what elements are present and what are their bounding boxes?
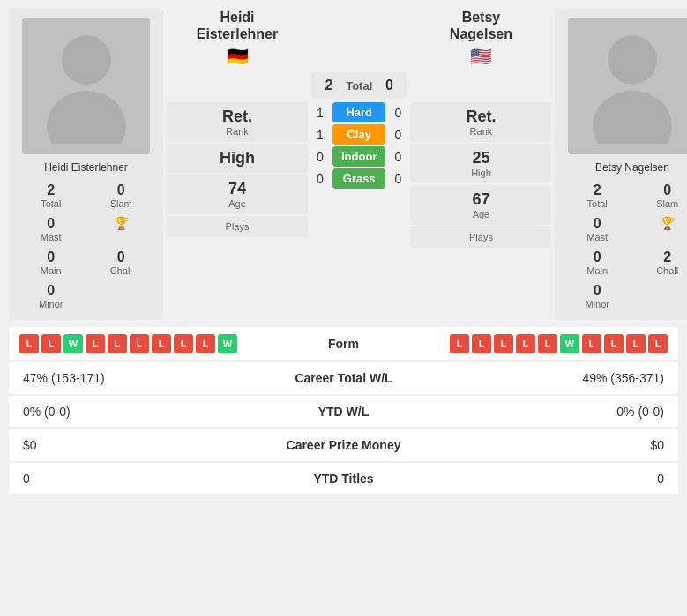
p2-total-score: 0 — [378, 78, 400, 93]
player1-name: Heidi Eisterlehner — [44, 161, 128, 174]
player2-high-value: 25 — [472, 149, 489, 167]
form-badge: L — [19, 334, 39, 353]
player2-age-label: Age — [473, 209, 490, 219]
player1-rank-value: Ret. — [222, 108, 252, 126]
player2-rank-label: Rank — [470, 126, 493, 137]
grass-row: 0 Grass 0 — [311, 168, 407, 189]
p1-total-score: 2 — [318, 78, 340, 93]
ytd-wl-row: 0% (0-0) YTD W/L 0% (0-0) — [9, 396, 678, 427]
form-badge: L — [626, 334, 646, 353]
player1-high-box: High — [167, 144, 308, 173]
svg-point-0 — [62, 35, 111, 85]
indoor-badge: Indoor — [332, 146, 385, 167]
player2-slam-value: 0 — [663, 182, 671, 198]
player2-mast-value: 0 — [594, 216, 601, 232]
player2-slam-label: Slam — [656, 198, 678, 209]
svg-point-2 — [608, 35, 657, 85]
player1-plays-box: Plays — [167, 216, 308, 237]
form-badge: L — [582, 334, 601, 353]
player1-slam-cell: 0 Slam — [88, 181, 155, 211]
player1-age-value: 74 — [228, 180, 246, 198]
top-section: Heidi Eisterlehner 2 Total 0 Slam 0 Mast… — [9, 9, 678, 320]
total-row: 2 Total 0 — [167, 72, 551, 99]
player2-minor-cell: 0 Minor — [564, 281, 631, 311]
total-center: 2 Total 0 — [311, 72, 407, 99]
left-rank-col: Ret. Rank High 74 Age Plays — [167, 102, 308, 248]
p1-clay: 1 — [311, 128, 329, 142]
player1-stats-grid: 2 Total 0 Slam 0 Mast 🏆 0 Main — [18, 181, 154, 311]
p1-hard: 1 — [311, 106, 329, 120]
player2-age-box: 67 Age — [410, 185, 551, 225]
career-total-row: 47% (153-171) Career Total W/L 49% (356-… — [9, 362, 678, 394]
player1-header: Heidi Eisterlehner 🇩🇪 — [167, 9, 308, 67]
player2-flag: 🇺🇸 — [470, 46, 492, 67]
player2-main-value: 0 — [594, 249, 601, 265]
clay-badge: Clay — [332, 124, 385, 145]
player2-plays-label: Plays — [469, 232, 493, 242]
surfaces-col: 1 Hard 0 1 Clay 0 0 Indoor 0 — [311, 102, 407, 248]
indoor-row: 0 Indoor 0 — [311, 146, 407, 167]
ytd-titles-label: YTD Titles — [291, 471, 397, 486]
player1-chall-label: Chall — [110, 265, 132, 276]
player2-card: Betsy Nagelsen 2 Total 0 Slam 0 Mast 🏆 — [555, 9, 687, 320]
player2-form-badges: LLLLLWLLLL — [450, 334, 668, 353]
player1-minor-label: Minor — [39, 299, 63, 309]
player2-high-box: 25 High — [410, 144, 551, 183]
form-badge: L — [196, 334, 215, 353]
player1-main-value: 0 — [47, 249, 55, 265]
career-total-p2: 49% (356-371) — [488, 371, 664, 385]
grass-badge: Grass — [332, 168, 385, 189]
player1-main-label: Main — [41, 265, 62, 276]
player1-mast-cell: 0 Mast — [18, 214, 85, 244]
player1-age-label: Age — [228, 198, 246, 209]
form-label: Form — [317, 337, 370, 351]
player1-mast-label: Mast — [41, 232, 62, 242]
player1-total-label: Total — [41, 198, 61, 209]
form-badge: L — [472, 334, 491, 353]
form-badge: L — [494, 334, 513, 353]
p1-indoor: 0 — [311, 150, 329, 164]
player2-rank-value: Ret. — [466, 108, 496, 126]
player1-plays-label: Plays — [226, 221, 250, 232]
form-badge: L — [538, 334, 557, 353]
player1-slam-value: 0 — [117, 182, 125, 198]
career-prize-label: Career Prize Money — [287, 438, 401, 452]
p2-grass: 0 — [389, 172, 407, 186]
spacer — [311, 9, 407, 67]
player2-chall-cell: 2 Chall — [634, 248, 687, 278]
ytd-wl-p1: 0% (0-0) — [23, 404, 199, 419]
ytd-titles-p2: 0 — [488, 471, 664, 486]
right-rank-col: Ret. Rank 25 High 67 Age Plays — [410, 102, 551, 248]
center-panel: Heidi Eisterlehner 🇩🇪 Betsy Nagelsen 🇺🇸 — [167, 9, 551, 320]
player2-total-label: Total — [587, 198, 608, 209]
form-badge: L — [108, 334, 127, 353]
ytd-wl-p2: 0% (0-0) — [488, 404, 664, 419]
player1-flag: 🇩🇪 — [227, 46, 249, 67]
player1-high-value: High — [220, 149, 255, 167]
player1-minor-value: 0 — [47, 283, 55, 299]
form-section: LLWLLLLLLW Form LLLLLWLLLL — [9, 327, 678, 360]
form-badge: L — [152, 334, 171, 353]
player2-minor-label: Minor — [585, 299, 609, 309]
player2-plays-box: Plays — [410, 226, 551, 248]
form-badge: L — [174, 334, 193, 353]
p2-clay: 0 — [389, 128, 407, 142]
form-badge: L — [41, 334, 61, 353]
player1-slam-label: Slam — [110, 198, 132, 209]
player2-age-value: 67 — [472, 190, 489, 209]
player2-chall-label: Chall — [656, 265, 678, 276]
p2-indoor: 0 — [389, 150, 407, 164]
ytd-wl-label: YTD W/L — [291, 404, 397, 419]
ytd-titles-row: 0 YTD Titles 0 — [9, 463, 678, 494]
player2-chall-value: 2 — [663, 249, 671, 265]
svg-point-3 — [593, 91, 672, 144]
ytd-titles-p1: 0 — [23, 471, 199, 486]
player2-name: Betsy Nagelsen — [595, 161, 669, 174]
form-badge: L — [450, 334, 469, 353]
surfaces-rank-area: Ret. Rank High 74 Age Plays — [167, 102, 551, 248]
player1-rank-label: Rank — [226, 126, 249, 137]
hard-badge: Hard — [332, 102, 385, 122]
player1-avatar — [22, 18, 150, 154]
player1-main-cell: 0 Main — [18, 248, 85, 278]
form-badge: W — [218, 334, 237, 353]
